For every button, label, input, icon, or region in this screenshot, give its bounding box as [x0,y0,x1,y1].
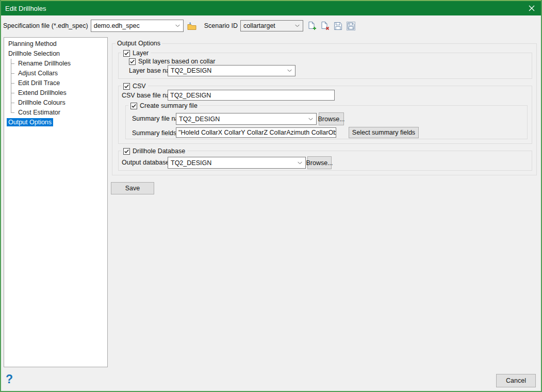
sidebar-item-label: Extend Drillholes [17,89,68,97]
layer-base-name-combobox[interactable]: TQ2_DESIGN [168,65,295,76]
spec-file-combobox[interactable]: demo.edh_spec [91,20,184,32]
save-scenario-icon [334,22,342,30]
sidebar-item-edit-drill-trace[interactable]: Edit Drill Trace [4,78,107,88]
save-scenario-as-icon [347,22,355,30]
spec-file-label: Specification file (*.edh_spec) [3,22,88,29]
drillhole-database-checkbox[interactable] [123,148,130,155]
summary-fields-input[interactable]: "HoleId CollarX CollarY CollarZ CollarAz… [176,127,336,138]
sidebar-item-label: Drillhole Colours [17,99,67,107]
layer-checkbox[interactable] [123,50,130,57]
layer-group: Layer Split layers based on collar Layer… [118,53,532,79]
summary-file-name-combobox[interactable]: TQ2_DESIGN [176,113,317,125]
drillhole-database-group: Drillhole Database Output database TQ2_D… [118,151,532,171]
database-browse-button[interactable]: Browse... [307,156,332,169]
drillhole-database-checkbox-label[interactable]: Drillhole Database [133,148,185,155]
summary-file-name-value: TQ2_DESIGN [179,116,220,123]
sidebar-item-label: Planning Method [7,40,58,48]
chevron-down-icon [175,25,180,27]
save-scenario-button[interactable] [332,20,343,31]
layer-checkbox-label[interactable]: Layer [133,50,149,57]
sidebar-item-label: Output Options [7,118,53,126]
sidebar-item-cost-estimator[interactable]: Cost Estimator [4,108,107,118]
scenario-id-value: collartarget [243,22,275,29]
open-folder-button[interactable] [186,20,198,31]
output-database-value: TQ2_DESIGN [171,159,211,167]
sidebar-item-drillhole-selection[interactable]: Drillhole Selection [4,49,107,59]
sidebar-item-drillhole-colours[interactable]: Drillhole Colours [4,98,107,108]
chevron-down-icon [287,70,292,72]
sidebar-item-extend-drillholes[interactable]: Extend Drillholes [4,88,107,98]
sidebar-item-adjust-collars[interactable]: Adjust Collars [4,69,107,78]
split-layers-checkbox-label[interactable]: Split layers based on collar [138,58,215,65]
chevron-down-icon [295,25,300,27]
add-scenario-icon [307,21,317,30]
sidebar-item-label: Rename Drillholes [17,59,72,68]
close-icon [529,5,535,11]
create-summary-file-group: Create summary file Summary file name TQ… [125,105,528,139]
sidebar-tree: Planning MethodDrillhole SelectionRename… [4,37,108,367]
remove-scenario-icon [320,21,330,30]
split-layers-checkbox[interactable] [129,58,136,65]
sidebar-item-label: Edit Drill Trace [17,79,61,87]
spec-file-value: demo.edh_spec [94,22,140,29]
output-database-combobox[interactable]: TQ2_DESIGN [168,157,306,169]
save-scenario-as-button[interactable] [345,20,356,31]
sidebar-item-output-options[interactable]: Output Options [4,118,107,127]
toolbar: Specification file (*.edh_spec) demo.edh… [3,19,356,33]
csv-group: CSV CSV base file name TQ2_DESIGN Create… [118,86,532,144]
close-button[interactable] [521,1,542,15]
help-button[interactable]: ? [6,372,13,386]
select-summary-fields-button[interactable]: Select summary fields [349,127,419,138]
remove-scenario-button[interactable] [319,20,331,31]
create-summary-file-checkbox-label[interactable]: Create summary file [140,102,198,109]
sidebar-item-rename-drillholes[interactable]: Rename Drillholes [4,59,107,69]
save-button[interactable]: Save [111,182,154,194]
csv-base-file-name-value: TQ2_DESIGN [170,92,211,99]
summary-browse-button[interactable]: Browse... [319,112,344,125]
output-options-group: Output Options Layer Split layers based … [112,43,537,175]
summary-fields-label: Summary fields [132,129,176,137]
edit-drillholes-dialog: Edit Drillholes Specification file (*.ed… [0,0,542,392]
sidebar-item-label: Drillhole Selection [7,50,61,58]
scenario-id-combobox[interactable]: collartarget [240,20,303,31]
chevron-down-icon [298,161,302,164]
csv-checkbox[interactable] [123,83,130,90]
dialog-title: Edit Drillholes [0,5,521,12]
titlebar: Edit Drillholes [0,0,542,15]
summary-fields-value: "HoleId CollarX CollarY CollarZ CollarAz… [178,129,336,136]
sidebar-item-planning-method[interactable]: Planning Method [4,39,107,49]
csv-checkbox-label[interactable]: CSV [133,83,146,90]
sidebar-item-label: Cost Estimator [17,108,62,117]
chevron-down-icon [308,118,313,120]
output-options-group-title: Output Options [116,39,162,47]
output-database-label: Output database [122,159,169,166]
create-summary-file-checkbox[interactable] [130,103,137,109]
sidebar-item-label: Adjust Collars [17,69,59,77]
cancel-button[interactable]: Cancel [496,374,536,387]
layer-base-name-value: TQ2_DESIGN [171,67,211,74]
add-scenario-button[interactable] [306,20,318,31]
open-folder-icon [187,22,197,30]
scenario-id-label: Scenario ID [204,22,238,29]
csv-base-file-name-input[interactable]: TQ2_DESIGN [168,90,335,101]
